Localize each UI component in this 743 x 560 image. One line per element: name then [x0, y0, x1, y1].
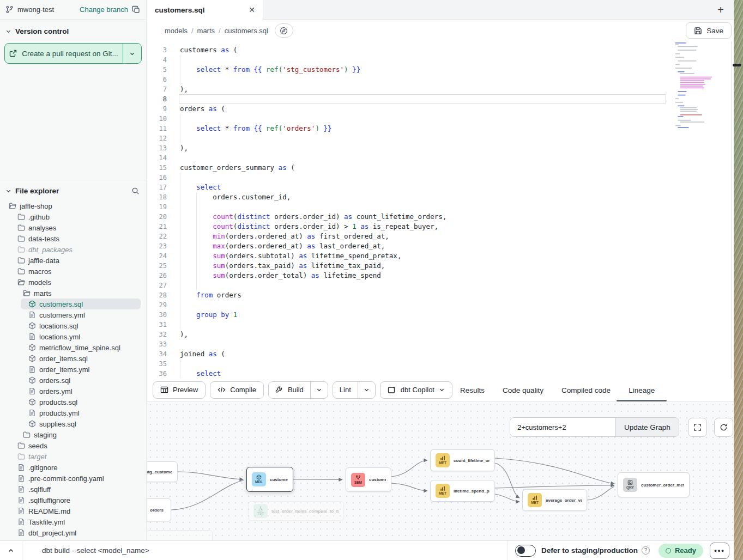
code-line-12[interactable]: 12 [147, 133, 734, 143]
code-line-25[interactable]: 25 sum(orders.tax_paid) as lifetime_tax_… [147, 261, 734, 271]
code-line-28[interactable]: 28 from orders [147, 290, 734, 300]
file-tree-item--pre-commit-config-yaml[interactable]: .pre-commit-config.yaml [0, 473, 146, 484]
file-tree-item-jaffle-data[interactable]: jaffle-data [0, 255, 146, 266]
tab-results[interactable]: Results [460, 379, 485, 401]
dbt-copilot-button[interactable]: dbt Copilot [380, 381, 452, 399]
file-explorer-header[interactable]: File explorer [0, 180, 146, 198]
editor-tab-customers-sql[interactable]: customers.sql ✕ [147, 0, 263, 20]
code-editor[interactable]: 3customers as (45 select * from {{ ref('… [147, 41, 734, 379]
update-graph-button[interactable]: Update Graph [615, 418, 679, 436]
code-line-22[interactable]: 22 min(orders.ordered_at) as first_order… [147, 232, 734, 241]
fullscreen-button[interactable] [688, 418, 707, 437]
code-line-32[interactable]: 32), [147, 330, 734, 339]
code-line-18[interactable]: 18 orders.customer_id, [147, 192, 734, 202]
code-line-11[interactable]: 11 select * from {{ ref('orders') }} [147, 124, 734, 133]
preview-button[interactable]: Preview [153, 381, 206, 399]
breadcrumb-marts[interactable]: marts [197, 27, 215, 35]
lineage-node-customers[interactable]: MDLcustomers [246, 467, 293, 492]
code-line-15[interactable]: 15customer_orders_summary as ( [147, 163, 734, 173]
file-tree-item-metricflow-time-spine-sql[interactable]: metricflow_time_spine.sql [0, 342, 146, 353]
collapse-panel-button[interactable] [0, 547, 22, 554]
code-line-5[interactable]: 5 select * from {{ ref('stg_customers') … [147, 65, 734, 75]
code-line-14[interactable]: 14 [147, 153, 734, 163]
tab-lineage[interactable]: Lineage [629, 379, 655, 401]
file-tree-item-jaffle-shop[interactable]: jaffle-shop [0, 200, 146, 211]
file-tree-item-customers-yml[interactable]: customers.yml [0, 309, 146, 320]
change-branch-link[interactable]: Change branch [80, 5, 128, 14]
tab-compiled-code[interactable]: Compiled code [561, 379, 611, 401]
editor-minimap[interactable] [673, 41, 718, 150]
lineage-node-orders[interactable]: MDLorders [147, 498, 171, 521]
file-tree-item-orders-sql[interactable]: orders.sql [0, 375, 146, 386]
version-control-header[interactable]: Version control [0, 20, 146, 39]
code-line-19[interactable]: 19 [147, 202, 734, 212]
command-input[interactable]: dbt build --select <model_name> [42, 546, 149, 555]
lint-button[interactable]: Lint [333, 382, 358, 398]
code-line-3[interactable]: 3customers as ( [147, 45, 734, 55]
code-line-9[interactable]: 9orders as ( [147, 104, 734, 114]
code-line-23[interactable]: 23 max(orders.ordered_at) as last_ordere… [147, 241, 734, 251]
file-tree-item-locations-sql[interactable]: locations.sql [0, 320, 146, 331]
code-line-31[interactable]: 31 [147, 320, 734, 330]
file-tree-item-data-tests[interactable]: data-tests [0, 233, 146, 244]
more-options-button[interactable]: ••• [710, 543, 729, 559]
code-line-16[interactable]: 16 [147, 173, 734, 182]
lineage-panel[interactable]: MDLstg_customersMDLordersMDLcustomersSEM… [147, 401, 734, 540]
file-tree-item-analyses[interactable]: analyses [0, 222, 146, 233]
code-line-27[interactable]: 27 [147, 281, 734, 290]
editor-scrollbar[interactable] [731, 41, 732, 379]
tab-code-quality[interactable]: Code quality [503, 379, 543, 401]
file-tree-item-dbt-project-yml[interactable]: dbt_project.yml [0, 527, 146, 538]
file-tree-item-models[interactable]: models [0, 277, 146, 288]
build-button[interactable]: Build [269, 382, 310, 398]
lineage-node-lifetime-spend-pretax[interactable]: METlifetime_spend_pretax [430, 480, 495, 502]
lint-dropdown-button[interactable] [358, 382, 375, 398]
file-tree-item-order-items-yml[interactable]: order_items.yml [0, 364, 146, 375]
code-line-6[interactable]: 6 [147, 75, 734, 84]
file-tree-item-seeds[interactable]: seeds [0, 440, 146, 451]
refresh-button[interactable] [714, 418, 733, 437]
help-icon[interactable]: ? [642, 546, 650, 555]
defer-toggle[interactable] [515, 545, 536, 557]
code-line-35[interactable]: 35 [147, 359, 734, 369]
save-button[interactable]: Save [686, 22, 732, 39]
code-line-17[interactable]: 17 select [147, 182, 734, 192]
lineage-node-partial[interactable] [147, 530, 213, 540]
file-tree-item-customers-sql[interactable]: customers.sql [21, 299, 141, 309]
tab-close-icon[interactable]: ✕ [249, 5, 255, 14]
file-tree-item-products-sql[interactable]: products.sql [0, 397, 146, 407]
file-tree-item-macros[interactable]: macros [0, 266, 146, 277]
code-line-34[interactable]: 34joined as ( [147, 349, 734, 359]
file-tree-item--github[interactable]: .github [0, 211, 146, 222]
breadcrumb-file[interactable]: customers.sql [225, 27, 268, 35]
file-tree-item--gitignore[interactable]: .gitignore [0, 462, 146, 473]
code-line-30[interactable]: 30 group by 1 [147, 310, 734, 320]
file-tree-item--sqlfluffignore[interactable]: .sqlfluffignore [0, 495, 146, 506]
file-tree-item--sqlfluff[interactable]: .sqlfluff [0, 484, 146, 495]
new-tab-button[interactable]: + [713, 0, 728, 20]
file-tree-item-products-yml[interactable]: products.yml [0, 407, 146, 418]
code-line-13[interactable]: 13), [147, 143, 734, 153]
lineage-node-count-lifetime-orders[interactable]: METcount_lifetime_orders [430, 449, 495, 471]
build-dropdown-button[interactable] [310, 382, 328, 398]
compile-button[interactable]: Compile [210, 381, 264, 399]
lineage-node-customers[interactable]: SEMcustomers [346, 467, 391, 492]
lineage-selector-input[interactable] [510, 418, 615, 436]
breadcrumb-models[interactable]: models [165, 27, 188, 35]
file-tree-item-taskfile-yml[interactable]: Taskfile.yml [0, 516, 146, 527]
code-line-4[interactable]: 4 [147, 55, 734, 65]
code-line-7[interactable]: 7), [147, 84, 734, 94]
file-tree-item-staging[interactable]: staging [0, 429, 146, 440]
copy-branch-icon[interactable] [132, 5, 141, 14]
code-line-26[interactable]: 26 sum(orders.order_total) as lifetime_s… [147, 271, 734, 281]
file-tree-item-order-items-sql[interactable]: order_items.sql [0, 353, 146, 364]
lineage-node-test-order-items-compute-to-bools-[interactable]: TSTtest_order_items_compute_to_bools... [248, 501, 344, 521]
file-tree-item-orders-yml[interactable]: orders.yml [0, 386, 146, 397]
file-tree-item-dbt-packages[interactable]: dbt_packages [0, 244, 146, 255]
lineage-node-average-order-value[interactable]: METaverage_order_value [522, 489, 587, 511]
file-search-icon[interactable] [131, 187, 140, 195]
lineage-node-customer-order-metrics[interactable]: QRYcustomer_order_metrics [618, 472, 690, 497]
file-tree-item-target[interactable]: target [0, 451, 146, 462]
create-pr-button[interactable]: Create a pull request on Git... [5, 44, 123, 63]
create-pr-dropdown-button[interactable] [123, 44, 141, 63]
